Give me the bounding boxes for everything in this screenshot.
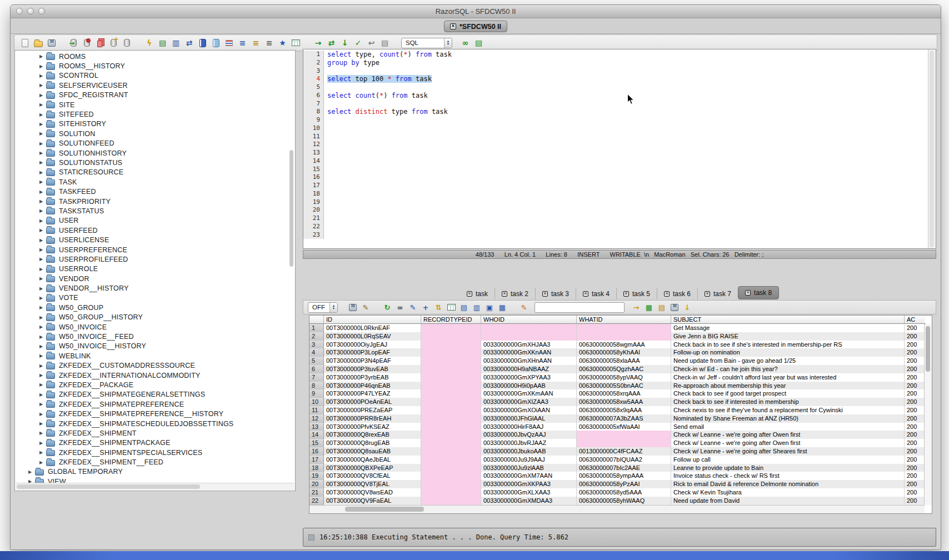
cell-whatid[interactable]: 006300000058yPzAAI bbox=[577, 480, 671, 488]
cell-whatid[interactable]: 006300000058wgmAAA bbox=[577, 341, 671, 349]
tree-item[interactable]: ▶W50_INVOICE__HISTORY bbox=[15, 342, 288, 351]
tree-item[interactable]: ▶VOTE bbox=[15, 293, 288, 303]
cell-id[interactable]: 00T3000000PRR8rEAH bbox=[324, 414, 421, 423]
column-header-whatid[interactable]: WHATID bbox=[577, 316, 671, 324]
cell-recordtypeid[interactable] bbox=[421, 406, 481, 414]
cell-subject[interactable]: Send email bbox=[671, 423, 905, 431]
table-row[interactable]: 100T3000000L0RknEAFGet Massage200 bbox=[309, 324, 925, 332]
cell-recordtypeid[interactable] bbox=[421, 382, 481, 390]
search-next-icon[interactable]: → bbox=[631, 302, 642, 313]
cell-subject[interactable]: Need update from Bain - gave go ahead 1/… bbox=[671, 357, 905, 365]
cell-ac[interactable]: 200 bbox=[905, 357, 926, 365]
expand-triangle-icon[interactable]: ▶ bbox=[39, 315, 46, 320]
cell-whoid[interactable]: 0033000000Ju9zlAAB bbox=[481, 464, 577, 472]
cell-subject[interactable]: Leanne to provide update to Bain bbox=[671, 464, 905, 472]
editor-line[interactable]: 12 bbox=[303, 141, 928, 149]
tree-item[interactable]: ▶TASK bbox=[15, 177, 288, 187]
table-row[interactable]: 2200T3000000QV9FaEAL0033000000GmXMDAA300… bbox=[309, 497, 925, 505]
cell-subject[interactable]: Rick to email David & reference Delmonte… bbox=[671, 480, 905, 488]
table-row[interactable]: 500T3000000P3N4pEAF0033000000GmXHnAAN006… bbox=[309, 357, 925, 365]
expand-triangle-icon[interactable]: ▶ bbox=[39, 450, 46, 455]
editor-line[interactable]: 3 bbox=[303, 67, 928, 76]
cell-id[interactable]: 00T3000000QV8CfEAL bbox=[324, 472, 421, 480]
cell-whatid[interactable]: 006300000058xrqAAA bbox=[577, 389, 671, 398]
expand-triangle-icon[interactable]: ▶ bbox=[39, 286, 46, 291]
tree-item[interactable]: ▶ZKFEDEX__CUSTOMADDRESSSOURCE bbox=[15, 361, 288, 371]
expand-triangle-icon[interactable]: ▶ bbox=[39, 179, 46, 184]
export-document-icon[interactable]: ▥ bbox=[170, 37, 182, 49]
cell-subject[interactable]: Check back to see if good target prospec… bbox=[671, 389, 905, 398]
editor-line[interactable]: 13 bbox=[303, 149, 928, 157]
expand-triangle-icon[interactable]: ▶ bbox=[39, 170, 46, 175]
cell-id[interactable]: 00T3000000Q8rexEAB bbox=[324, 431, 421, 439]
cell-ac[interactable]: 200 bbox=[905, 439, 926, 447]
expand-triangle-icon[interactable]: ▶ bbox=[39, 382, 46, 387]
import-data-icon[interactable] bbox=[68, 37, 79, 49]
cell-subject[interactable]: Check w/ Leanne - we're going after Owen… bbox=[671, 439, 905, 447]
editor-line[interactable]: 14 bbox=[303, 157, 928, 166]
cell-ac[interactable]: 200 bbox=[905, 497, 926, 505]
tree-item[interactable]: ▶W50_INVOICE bbox=[15, 322, 288, 332]
cell-id[interactable]: 00T3000000P3tuvEAB bbox=[324, 365, 421, 373]
cell-whatid[interactable]: 006300000058ypVAAQ bbox=[577, 373, 671, 382]
expand-triangle-icon[interactable]: ▶ bbox=[39, 112, 46, 117]
cell-recordtypeid[interactable] bbox=[421, 488, 481, 497]
tree-item[interactable]: ▶USERLICENSE bbox=[15, 235, 288, 244]
expand-triangle-icon[interactable]: ▶ bbox=[39, 160, 46, 165]
cell-whatid[interactable]: 00630000007bIc2AAE bbox=[577, 464, 671, 472]
table-row[interactable]: 1300T3000000PfvKSEAZ0033000000HirF8AAJ00… bbox=[309, 423, 925, 431]
tree-item[interactable]: ▶ROOMS__HISTORY bbox=[15, 61, 288, 71]
cell-whoid[interactable]: 0033000000GmXOiAAN bbox=[481, 406, 577, 414]
cell-whoid[interactable] bbox=[481, 324, 577, 332]
notes-icon[interactable]: ▤ bbox=[656, 302, 667, 313]
result-tab-task-3[interactable]: task 3 bbox=[535, 288, 576, 299]
table-row[interactable]: 1500T3000000Q8rugEAB0033000000JbvRJAAZCh… bbox=[309, 439, 925, 447]
tree-item[interactable]: ▶ROOMS bbox=[15, 52, 288, 61]
cell-whatid[interactable]: 006300000058xlaAAA bbox=[577, 357, 671, 365]
expand-triangle-icon[interactable]: ▶ bbox=[39, 64, 46, 69]
tree-item[interactable]: ▶VENDOR__HISTORY bbox=[15, 283, 288, 293]
cell-whoid[interactable]: 0033000000JFhGlAAL bbox=[481, 414, 577, 423]
expand-triangle-icon[interactable]: ▶ bbox=[39, 402, 46, 407]
tree-item[interactable]: ▶SITEHISTORY bbox=[15, 119, 288, 129]
sidebar-horizontal-scrollbar[interactable] bbox=[16, 483, 294, 490]
cell-whoid[interactable]: 0033000000GmXLXAA3 bbox=[481, 488, 577, 497]
cell-ac[interactable]: 200 bbox=[905, 332, 926, 341]
cell-recordtypeid[interactable] bbox=[421, 332, 481, 341]
fetch-more-icon[interactable]: ↓ bbox=[339, 37, 351, 49]
stepper-icon[interactable] bbox=[444, 38, 452, 48]
cell-id[interactable]: 00T3000000P3LopEAF bbox=[324, 348, 421, 357]
expand-triangle-icon[interactable]: ▶ bbox=[39, 228, 46, 233]
cell-recordtypeid[interactable] bbox=[421, 357, 481, 365]
create-object-icon[interactable] bbox=[108, 37, 119, 49]
table-row[interactable]: 2000T3000000QV8TjEAL0033000000GmXKPAA300… bbox=[309, 480, 925, 488]
cell-ac[interactable]: 200 bbox=[905, 389, 926, 398]
cell-subject[interactable]: Check nexis to see if they've found a re… bbox=[671, 406, 905, 414]
stepper-icon[interactable] bbox=[329, 303, 337, 312]
cell-ac[interactable]: 200 bbox=[905, 373, 926, 382]
editor-lines[interactable]: 1select type, count(*) from task2group b… bbox=[303, 51, 928, 239]
tree-item[interactable]: ▶USER bbox=[15, 216, 288, 226]
cell-ac[interactable]: 200 bbox=[905, 324, 926, 332]
expand-triangle-icon[interactable]: ▶ bbox=[39, 131, 46, 136]
tree-item[interactable]: ▶GLOBAL TEMPORARY bbox=[15, 467, 288, 477]
cell-subject[interactable]: Get Massage bbox=[671, 324, 905, 332]
cell-recordtypeid[interactable] bbox=[421, 398, 481, 406]
cell-subject[interactable]: Re-approach about membership this year bbox=[671, 382, 905, 390]
tree-item[interactable]: ▶SOLUTIONFEED bbox=[15, 139, 288, 148]
cell-whatid[interactable]: 00630000007bIQUAA2 bbox=[577, 456, 671, 464]
result-tab-task-7[interactable]: task 7 bbox=[697, 288, 738, 299]
cell-recordtypeid[interactable] bbox=[421, 373, 481, 382]
cell-id[interactable]: 00T3000000QV8TjEAL bbox=[324, 480, 421, 488]
tree-item[interactable]: ▶SOLUTIONHISTORY bbox=[15, 148, 288, 158]
cell-ac[interactable]: 200 bbox=[905, 423, 926, 431]
expand-triangle-icon[interactable]: ▶ bbox=[39, 267, 46, 272]
expand-triangle-icon[interactable]: ▶ bbox=[39, 305, 46, 310]
cell-whoid[interactable]: 0033000000GmXM7AAN bbox=[481, 472, 577, 480]
cell-ac[interactable]: 200 bbox=[905, 464, 926, 472]
close-tab-icon[interactable] bbox=[705, 291, 710, 297]
column-header-subject[interactable]: SUBJECT bbox=[671, 316, 905, 324]
cell-whatid[interactable] bbox=[577, 324, 671, 332]
view-glasses-icon[interactable]: ∞ bbox=[394, 302, 406, 313]
cell-id[interactable]: 00T3000000P47LYEAZ bbox=[324, 389, 421, 398]
